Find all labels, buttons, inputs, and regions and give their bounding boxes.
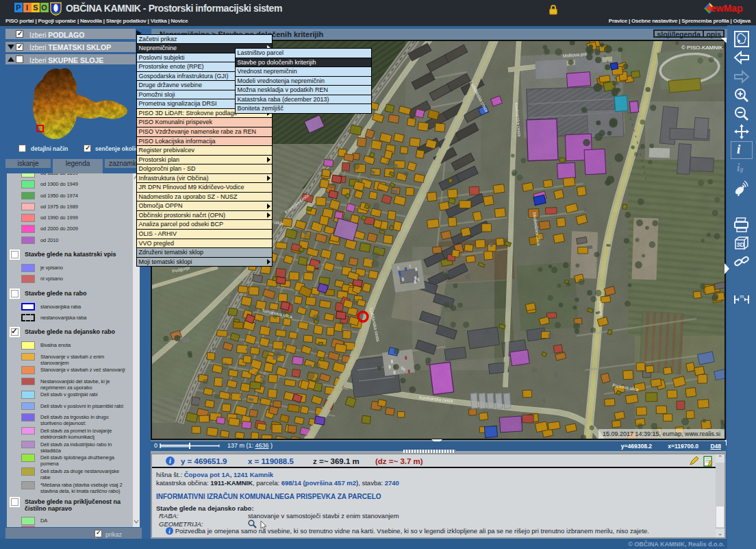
svg-text:3D: 3D: [737, 241, 745, 248]
svg-text:i: i: [169, 457, 171, 465]
svg-text:m: m: [740, 294, 744, 299]
svg-text:© PISO-KAMNIK: © PISO-KAMNIK: [681, 45, 723, 51]
svg-text:15.09.2017 14:39:15, eumap, ww: 15.09.2017 14:39:15, eumap, www.realis.s…: [603, 430, 720, 437]
